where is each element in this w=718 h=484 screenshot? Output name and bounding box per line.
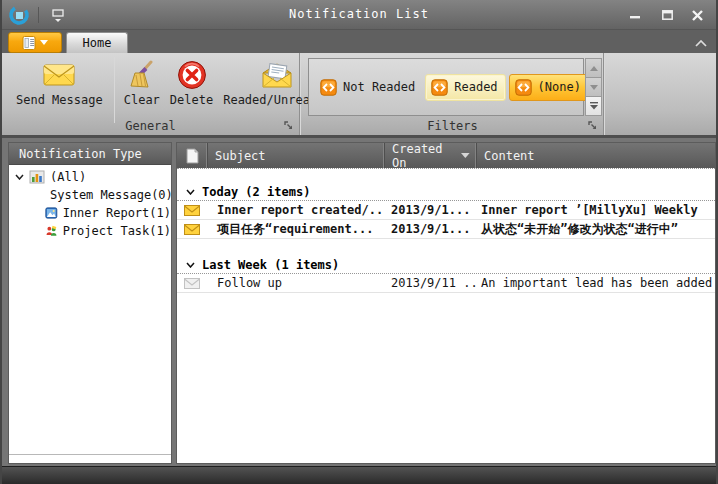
- gallery-dropdown-button[interactable]: [585, 97, 602, 116]
- filter-none[interactable]: (None): [509, 74, 589, 101]
- delete-icon: [177, 60, 207, 90]
- list-row[interactable]: Follow up 2013/9/11 ... An important lea…: [177, 274, 715, 293]
- list-spacer: [177, 239, 715, 256]
- filter-label: (None): [538, 80, 581, 94]
- group-label: Today (2 items): [202, 185, 310, 199]
- list-row[interactable]: 项目任务“requirement... 2013/9/1... 从状态“未开始”…: [177, 220, 715, 239]
- chevron-up-icon: [695, 40, 707, 47]
- filters-gallery: Not Readed Readed: [308, 58, 584, 116]
- app-menu-icon: [22, 36, 37, 50]
- delete-label: Delete: [170, 93, 213, 107]
- sort-desc-icon: [461, 153, 470, 158]
- open-envelope-icon: [261, 62, 293, 88]
- window-border-left: [0, 0, 2, 484]
- close-button[interactable]: [686, 7, 708, 23]
- gallery-more-icon: [590, 102, 598, 110]
- tree-item-label: System Message(0): [50, 188, 173, 202]
- row-created-on: 2013/9/11 ...: [384, 276, 476, 290]
- app-window: Notification List Home: [0, 0, 718, 484]
- column-created-on[interactable]: Created On: [384, 143, 476, 168]
- ribbon: Send Message Clear: [2, 53, 716, 138]
- group-label: Last Week (1 items): [202, 258, 339, 272]
- window-title: Notification List: [0, 7, 718, 21]
- row-content: An important lead has been added a note: [476, 276, 715, 290]
- tree-item-project-task[interactable]: Project Task(1): [9, 222, 171, 240]
- note-icon: [185, 148, 199, 164]
- chevron-down-icon: [186, 189, 195, 195]
- send-message-button[interactable]: Send Message: [11, 55, 108, 117]
- ribbon-collapse-button[interactable]: [692, 36, 710, 50]
- list-body: Today (2 items) Inner report created/...…: [177, 168, 715, 293]
- list-spacer: [177, 169, 715, 183]
- notification-type-tree: (All) System Message(0) Inner Re: [9, 165, 171, 240]
- column-subject[interactable]: Subject: [207, 143, 384, 168]
- application-menu-button[interactable]: [8, 32, 62, 53]
- chevron-down-icon[interactable]: [15, 174, 24, 180]
- group-label-filters: Filters: [302, 119, 603, 133]
- chart-icon: [29, 170, 45, 184]
- group-header-today[interactable]: Today (2 items): [177, 183, 715, 201]
- tree-item-all[interactable]: (All): [9, 168, 171, 186]
- column-icon[interactable]: [177, 143, 207, 168]
- notification-list-panel: Subject Created On Content Today (2 item…: [176, 142, 716, 464]
- column-content[interactable]: Content: [476, 143, 715, 168]
- minimize-button[interactable]: [624, 7, 646, 23]
- filter-readed[interactable]: Readed: [425, 74, 505, 101]
- titlebar: Notification List: [0, 0, 718, 30]
- tree-item-label: (All): [50, 170, 86, 184]
- ribbon-tab-row: Home: [0, 30, 718, 53]
- tree-item-label: Project Task(1): [63, 224, 171, 238]
- notification-type-panel: Notification Type (All) S: [8, 142, 172, 464]
- triangle-up-icon: [590, 66, 598, 71]
- group-label-general: General: [2, 119, 299, 133]
- sync-icon: [515, 79, 532, 96]
- filter-label: Not Readed: [343, 80, 415, 94]
- ribbon-group-filters: Not Readed Readed: [302, 53, 604, 135]
- delete-button[interactable]: Delete: [165, 55, 218, 117]
- broom-icon: [127, 60, 157, 90]
- gallery-scroll: [585, 58, 602, 116]
- clear-label: Clear: [124, 93, 160, 107]
- report-icon: [45, 206, 58, 220]
- tree-item-system-message[interactable]: System Message(0): [9, 186, 171, 204]
- filter-not-readed[interactable]: Not Readed: [315, 74, 422, 101]
- row-created-on: 2013/9/1...: [384, 203, 476, 217]
- tree-item-inner-report[interactable]: Inner Report(1): [9, 204, 171, 222]
- gallery-scroll-up-button[interactable]: [585, 58, 602, 78]
- column-label: Created On: [392, 142, 461, 170]
- clear-button[interactable]: Clear: [119, 55, 165, 117]
- group-header-last-week[interactable]: Last Week (1 items): [177, 256, 715, 274]
- unread-envelope-icon: [184, 224, 200, 235]
- read-envelope-icon: [184, 278, 200, 289]
- status-bar: [0, 466, 718, 484]
- sync-icon: [431, 79, 448, 96]
- row-subject: Inner report created/...: [207, 203, 384, 217]
- ribbon-separator: [114, 57, 115, 123]
- tab-home[interactable]: Home: [66, 32, 128, 53]
- filter-label: Readed: [454, 80, 497, 94]
- triangle-down-icon: [590, 85, 598, 90]
- column-label: Subject: [215, 149, 266, 163]
- ribbon-group-general: Send Message Clear: [2, 53, 300, 135]
- gallery-scroll-down-button[interactable]: [585, 78, 602, 97]
- sidebar-header: Notification Type: [9, 143, 171, 165]
- column-label: Content: [484, 149, 535, 163]
- row-created-on: 2013/9/1...: [384, 222, 476, 236]
- tree-item-label: Inner Report(1): [63, 206, 171, 220]
- envelope-icon: [43, 64, 75, 86]
- dialog-launcher-icon[interactable]: [588, 121, 598, 131]
- sidebar-splitter[interactable]: [9, 454, 171, 455]
- list-header: Subject Created On Content: [177, 143, 715, 168]
- list-row[interactable]: Inner report created/... 2013/9/1... Inn…: [177, 201, 715, 220]
- row-content: Inner report ’[MillyXu] Weekly: [476, 203, 715, 217]
- task-icon: [45, 224, 58, 238]
- sync-icon: [320, 79, 337, 96]
- row-subject: Follow up: [207, 276, 384, 290]
- chevron-down-icon: [40, 40, 48, 45]
- chevron-down-icon: [186, 262, 195, 268]
- maximize-button[interactable]: [656, 7, 678, 23]
- row-content: 从状态“未开始”修改为状态“进行中”: [476, 221, 715, 238]
- dialog-launcher-icon[interactable]: [284, 121, 294, 131]
- row-subject: 项目任务“requirement...: [207, 221, 384, 238]
- unread-envelope-icon: [184, 205, 200, 216]
